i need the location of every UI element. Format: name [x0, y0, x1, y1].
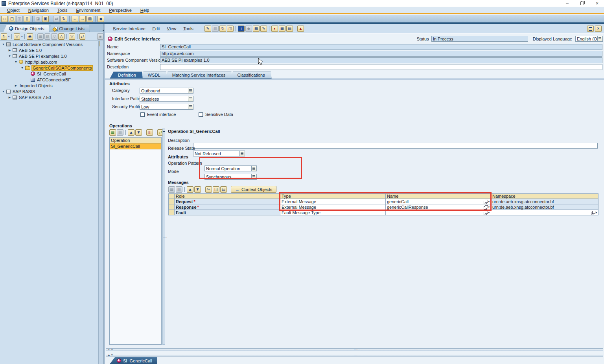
expand-all-button[interactable]: △ [58, 33, 64, 40]
category-dropdown[interactable]: Outbound [140, 88, 193, 94]
history-button[interactable]: ↻ [61, 16, 67, 22]
dropdown-icon[interactable] [188, 96, 193, 101]
save-button[interactable]: ▥ [212, 26, 219, 32]
collapse-sidebar-handle[interactable]: ◂ [103, 29, 104, 32]
tree-item-si-genericcall[interactable]: SI_GenericCall [0, 71, 98, 77]
dropdown-arrow-icon[interactable]: ▾ [595, 211, 597, 214]
move-node-button[interactable]: ▧ [44, 33, 51, 40]
tree-scrollbar[interactable] [98, 41, 103, 364]
workflow-button[interactable]: ◆ [98, 16, 104, 22]
tree-item-local-scv[interactable]: ▼Local Software Component Versions [0, 41, 98, 47]
menu-navigation[interactable]: Navigation [28, 8, 49, 13]
horizontal-splitter-2[interactable]: ▲ ▼····· [106, 354, 603, 357]
context-objects-button[interactable]: → Context Objects [231, 186, 276, 193]
value-help-icon[interactable] [484, 211, 488, 215]
menu-help[interactable]: Help [140, 8, 149, 13]
copy-message-button[interactable]: ◫ [213, 186, 219, 193]
splitter-down-icon[interactable]: ▼ [111, 348, 113, 351]
dropdown-icon[interactable] [251, 174, 256, 179]
expander-icon[interactable]: ▼ [14, 61, 18, 63]
menu-perspective[interactable]: Perspective [109, 8, 131, 13]
checkbox-icon[interactable] [199, 112, 203, 117]
versions-button[interactable]: ◗ [271, 26, 278, 32]
type-cell[interactable]: External Message [280, 199, 386, 204]
close-editor-button[interactable]: × [595, 26, 602, 32]
security-profile-dropdown[interactable]: Low [140, 104, 193, 110]
table-row-response[interactable]: Response* External Message genericCallRe… [168, 204, 598, 210]
value-help-icon[interactable] [484, 200, 488, 204]
annotate-button[interactable]: ✎ [260, 26, 267, 32]
expander-icon[interactable]: ▶ [14, 84, 18, 87]
copy-button[interactable]: ◫ [16, 16, 23, 22]
interface-pattern-dropdown[interactable]: Stateless [140, 96, 193, 102]
move-operation-down-button[interactable]: ▼ [135, 129, 142, 136]
transport-button[interactable]: ⇄ [53, 16, 60, 22]
move-message-up-button[interactable]: ▲ [187, 186, 193, 193]
bottom-tab-si-genericcall[interactable]: SI_GenericCall [110, 357, 157, 364]
splitter-up-icon[interactable]: ▲ [108, 348, 110, 351]
insert-message-button[interactable]: ▦ [168, 186, 175, 193]
scrollbar-button[interactable] [99, 41, 99, 46]
operations-splitter[interactable]: ◂▸····· [162, 129, 165, 345]
display-mode-button[interactable]: ◆ [245, 26, 252, 32]
tree-item-sap-basis[interactable]: ▼SAP BASIS [0, 88, 98, 94]
splitter-down-icon[interactable]: ▼ [111, 354, 113, 356]
language-dropdown[interactable]: English (OL) [575, 36, 603, 42]
add-operation-button[interactable]: ▦ [109, 129, 116, 136]
checkbox-icon[interactable] [140, 112, 145, 117]
create-button[interactable]: □ [1, 16, 8, 22]
move-message-down-button[interactable]: ▼ [194, 186, 201, 193]
paste-button[interactable]: ▤ [220, 186, 227, 193]
log-button[interactable]: ▤ [286, 26, 293, 32]
display-button[interactable]: ▣ [42, 16, 49, 22]
dropdown-arrow-icon[interactable]: ▾ [488, 211, 490, 214]
close-button[interactable]: × [596, 1, 598, 6]
copy-operation-button[interactable]: ◫ [146, 129, 153, 136]
expander-icon[interactable]: ▶ [8, 96, 11, 99]
refresh-object-button[interactable]: ↻ [219, 26, 226, 32]
where-used-button[interactable]: ▩ [253, 26, 260, 32]
dropdown-arrow-icon[interactable]: ▾ [488, 206, 490, 209]
fullscreen-button[interactable] [587, 26, 594, 32]
expander-icon[interactable]: ▼ [2, 43, 5, 46]
menu-view[interactable]: View [167, 26, 177, 31]
move-operation-up-button[interactable]: ▲ [128, 129, 134, 136]
delete-message-button[interactable]: ▥ [176, 186, 182, 193]
type-cell[interactable]: Fault Message Type [280, 210, 386, 215]
info-button[interactable]: i [238, 26, 245, 32]
row-selector[interactable] [168, 204, 175, 210]
expander-icon[interactable]: ▼ [2, 90, 5, 93]
stop-button[interactable]: ■ [97, 33, 103, 40]
mode-dropdown[interactable]: Synchronous [204, 174, 257, 180]
tree-item-imported-objects[interactable]: ▶Imported Objects [0, 83, 98, 88]
tree-item-sap-basis-750[interactable]: ▶SAP BASIS 7.50 [0, 94, 98, 100]
menu-tools[interactable]: Tools [57, 8, 68, 13]
tab-definition[interactable]: Definition [110, 72, 143, 79]
operation-row-selected[interactable]: SI_GenericCall [110, 143, 161, 149]
expander-icon[interactable]: ▶ [8, 49, 11, 52]
name-cell[interactable]: ▾ [386, 210, 491, 215]
minimize-button[interactable]: – [566, 1, 569, 6]
dropdown-icon[interactable] [239, 151, 245, 156]
menu-object[interactable]: Object [7, 8, 20, 13]
namespace-cell[interactable]: ▾ [491, 210, 598, 215]
duplicate-button[interactable]: ◪ [35, 16, 41, 22]
add-node-button[interactable]: ▦ [37, 33, 44, 40]
dropdown-icon[interactable] [188, 104, 193, 109]
relations-button[interactable]: ▲ [297, 26, 304, 32]
filter-button[interactable]: ▽ [14, 33, 20, 40]
table-row-request[interactable]: Request* External Message genericCall▾ u… [168, 199, 598, 204]
name-cell[interactable]: genericCallResponse▾ [386, 204, 491, 210]
delete-button[interactable]: ▯ [24, 16, 30, 22]
find-button[interactable]: ◉ [27, 33, 33, 40]
dropdown-icon[interactable] [597, 36, 602, 41]
value-help-icon[interactable] [591, 211, 595, 215]
table-view-button[interactable]: ▦ [279, 26, 285, 32]
event-interface-checkbox[interactable]: Event interface [140, 112, 176, 117]
value-help-icon[interactable] [484, 205, 488, 209]
tree-item-aeb-se-pi-examples[interactable]: ▼AEB SE PI examples 1.0 [0, 53, 98, 59]
tab-design-objects[interactable]: Design Objects [3, 25, 50, 32]
tree-item-atcconnectorbf[interactable]: ATCConnectorBF [0, 77, 98, 83]
menu-environment[interactable]: Environment [76, 8, 101, 13]
cut-button[interactable]: ✂ [205, 186, 212, 193]
